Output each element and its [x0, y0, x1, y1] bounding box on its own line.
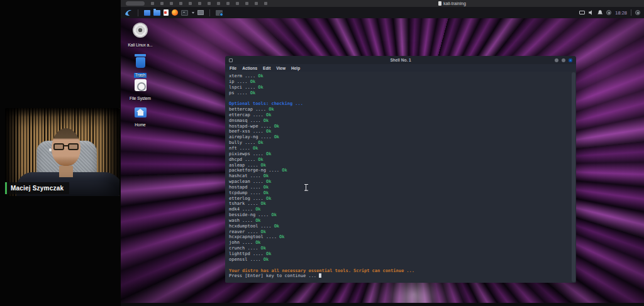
- timer-icon[interactable]: [217, 2, 220, 5]
- filesystem-icon: [135, 79, 147, 91]
- terminal-line: tcpdump .... Ok: [229, 190, 576, 196]
- dots-icon[interactable]: [160, 2, 164, 5]
- terminal-body[interactable]: xterm .... Okip .... Oklspci .... Okps .…: [225, 72, 576, 283]
- terminal-window: Shell No. 1 FileActionsEditViewHelp xter…: [225, 56, 576, 283]
- chevron-down-icon[interactable]: [192, 12, 194, 14]
- minimize-button[interactable]: [555, 58, 558, 62]
- desktop-icon-label: File System: [128, 96, 152, 101]
- headset-icon[interactable]: [198, 2, 201, 5]
- panel-separator: [138, 9, 138, 16]
- desktop-icon-trash[interactable]: Trash: [126, 54, 155, 79]
- menu-edit[interactable]: Edit: [263, 66, 270, 70]
- volume-icon[interactable]: [589, 10, 594, 15]
- terminal-line: bully .... Ok: [229, 140, 576, 146]
- terminal-line: lighttpd .... Ok: [229, 251, 576, 257]
- home-icon: [135, 107, 147, 117]
- files-app-icon[interactable]: [144, 10, 150, 16]
- desktop-icon-label: Home: [133, 123, 147, 128]
- terminal-line: nft .... Ok: [229, 146, 576, 151]
- terminal-line: ps .... Ok: [229, 90, 576, 96]
- terminal-line: mdk4 .... Ok: [229, 207, 576, 212]
- document-icon: [438, 1, 441, 6]
- taskbar-window-icon[interactable]: [216, 10, 223, 16]
- chevron-left-icon[interactable]: [264, 2, 267, 5]
- webcam-feed: Maciej Szymczak: [5, 108, 119, 196]
- terminal-line: hcxpcapngtool .... Ok: [229, 234, 576, 240]
- kali-menu-icon[interactable]: [125, 9, 132, 16]
- terminal-line: wpaclean .... Ok: [229, 179, 576, 185]
- terminal-line: packetforge-ng .... Ok: [229, 168, 576, 173]
- firefox-icon[interactable]: [172, 9, 178, 16]
- terminal-line: tshark .... Ok: [229, 201, 576, 207]
- pen-icon[interactable]: [151, 2, 154, 5]
- desktop-icon-kali-iso[interactable]: Kali Linux a...: [126, 23, 155, 49]
- record-icon[interactable]: [226, 2, 230, 5]
- desktop-icon-filesystem[interactable]: File System: [126, 79, 155, 102]
- terminal-line: dnsmasq .... Ok: [229, 118, 576, 124]
- kali-top-panel: 18:28: [121, 7, 644, 18]
- terminal-line: pixiewps .... Ok: [229, 151, 576, 157]
- menu-file[interactable]: File: [230, 66, 236, 70]
- terminal-scrollbar[interactable]: [572, 72, 575, 282]
- terminal-line: beef-xss .... Ok: [229, 129, 576, 134]
- terminal-output: xterm .... Okip .... Oklspci .... Okps .…: [225, 72, 576, 279]
- desktop-icon-label: Kali Linux a...: [126, 43, 153, 48]
- terminal-line: ettercap .... Ok: [229, 112, 576, 118]
- terminal-line: [229, 263, 576, 268]
- redo-icon[interactable]: [208, 2, 211, 5]
- terminal-line: bettercap .... Ok: [229, 107, 576, 112]
- maximize-button[interactable]: [562, 58, 565, 62]
- people-icon[interactable]: [255, 2, 258, 5]
- terminal-line: besside-ng .... Ok: [229, 212, 576, 218]
- system-tray: 18:28: [579, 9, 640, 16]
- share-icon[interactable]: [170, 2, 173, 5]
- screenshot-tool-icon[interactable]: [197, 10, 204, 15]
- close-button[interactable]: [569, 58, 572, 62]
- terminal-line: hostapd .... Ok: [229, 185, 576, 190]
- speaker-name-tag: Maciej Szymczak: [5, 182, 69, 194]
- folder-app-icon[interactable]: [153, 10, 160, 16]
- block-cursor: [319, 273, 321, 278]
- terminal-line: hcxdumptool .... Ok: [229, 224, 576, 229]
- menu-help[interactable]: Help: [291, 66, 300, 70]
- text-cursor-pointer: [304, 184, 308, 191]
- panel-separator: [209, 9, 210, 16]
- terminal-line: dhcpd .... Ok: [229, 157, 576, 163]
- menu-actions[interactable]: Actions: [242, 66, 257, 70]
- text-editor-icon[interactable]: [164, 9, 169, 16]
- back-icon[interactable]: [236, 2, 239, 5]
- meeting-top-bar: kali-training: [121, 0, 644, 7]
- terminal-line: hashcat .... Ok: [229, 173, 576, 179]
- meeting-pill-indicator[interactable]: [126, 1, 145, 6]
- meeting-toolbar: [126, 0, 267, 7]
- terminal-titlebar[interactable]: Shell No. 1: [225, 56, 576, 64]
- session-menu-icon[interactable]: [635, 10, 640, 15]
- cd-icon: [133, 23, 148, 38]
- terminal-line: Press [Enter] key to continue ...: [229, 273, 576, 279]
- terminal-line: wash .... Ok: [229, 218, 576, 224]
- terminal-menubar: FileActionsEditViewHelp: [225, 64, 576, 72]
- lock-icon[interactable]: [179, 2, 182, 5]
- desktop-icon-home[interactable]: Home: [126, 107, 155, 129]
- terminal-line: xterm .... Ok: [229, 74, 576, 79]
- trash-icon: [135, 54, 146, 68]
- clock[interactable]: 18:28: [615, 10, 627, 16]
- terminal-launcher-icon[interactable]: [181, 10, 188, 16]
- undo-icon[interactable]: [189, 2, 192, 5]
- terminal-line: ip .... Ok: [229, 79, 576, 85]
- webcam-column: Maciej Szymczak: [0, 0, 121, 306]
- terminal-line: asleap .... Ok: [229, 163, 576, 168]
- desktop-icon-label: Trash: [134, 73, 147, 78]
- terminal-line: Your distro has all necessary essential …: [229, 268, 576, 274]
- terminal-line: john .... Ok: [229, 240, 576, 246]
- shared-screen: kali-training: [121, 0, 644, 306]
- speaker-name: Maciej Szymczak: [11, 185, 64, 192]
- terminal-line: crunch .... Ok: [229, 246, 576, 251]
- menu-view[interactable]: View: [276, 66, 286, 70]
- call-icon[interactable]: [245, 2, 248, 5]
- display-icon[interactable]: [579, 11, 585, 14]
- terminal-line: hostapd-wpe .... Ok: [229, 124, 576, 129]
- network-status-icon[interactable]: [606, 10, 611, 15]
- terminal-line: [229, 96, 576, 101]
- notifications-icon[interactable]: [597, 10, 602, 15]
